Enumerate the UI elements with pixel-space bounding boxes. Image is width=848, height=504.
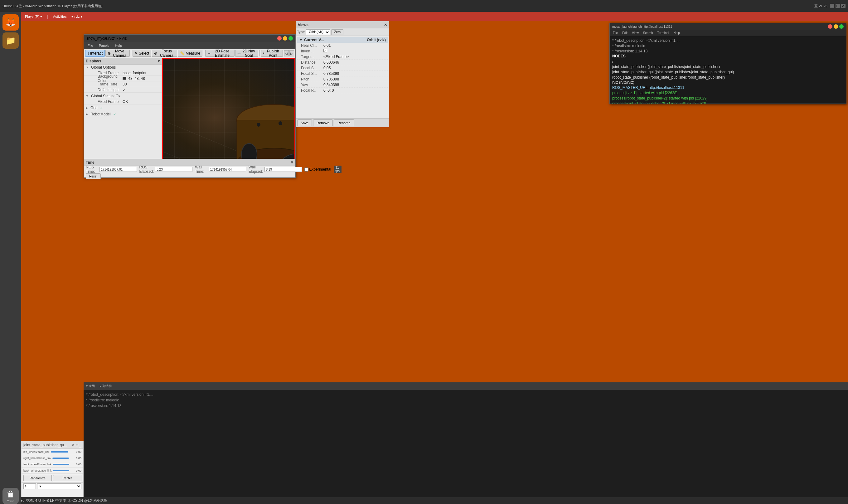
displays-collapse-icon[interactable]: ▾ (158, 59, 160, 63)
toolbar-sep2 (204, 50, 204, 56)
ubuntu-app-name[interactable]: Player(P) ▾ (25, 15, 42, 19)
tree-global-status[interactable]: ▼ Global Status: Ok (84, 93, 162, 99)
views-rename-btn[interactable]: Rename (334, 120, 354, 126)
toolbar-measure[interactable]: 📏 Measure (178, 50, 202, 57)
toolbar-publish-point[interactable]: • Publish Point (261, 50, 283, 57)
vscode-title: ▾ 大纲 (86, 384, 95, 388)
term-menu-edit[interactable]: Edit (620, 31, 629, 35)
toolbar-sep1 (131, 50, 131, 56)
toolbar-move-camera[interactable]: ⊕ Move Camera (105, 50, 130, 57)
terminal-line: * /rosdistro: melodic (612, 43, 844, 49)
rviz-max[interactable] (288, 36, 293, 40)
view-prop-yaw: Yaw 0.840398 (297, 82, 388, 88)
dock-files[interactable]: 📁 (2, 33, 19, 49)
menu-panels[interactable]: Panels (96, 43, 112, 48)
terminal-line: joint_state_publisher_gui (joint_state_p… (612, 70, 844, 75)
joint-title: joint_state_publisher_gu... (23, 443, 67, 447)
reset-btn[interactable]: Reset (86, 174, 101, 179)
term-menu-view[interactable]: View (630, 31, 640, 35)
view-type-select[interactable]: Orbit (rviz) (306, 29, 330, 35)
toolbar-extra1[interactable]: ◁ (284, 50, 289, 56)
interact-icon: ↕ (87, 51, 89, 55)
vscode-content[interactable]: * /robot_description: <?xml version="1..… (84, 390, 848, 504)
time-panel: Time ✕ ROS Time: ROS Elapsed: Wall Time:… (84, 159, 295, 178)
term-menu-search[interactable]: Search (641, 31, 655, 35)
ubuntu-activities[interactable]: Activities (53, 15, 67, 18)
vscode-titlebar: ▾ 大纲 ▸ 列结构 (84, 382, 848, 390)
prop-default-light[interactable]: Default Light ✓ (84, 87, 162, 93)
toolbar-select[interactable]: ↖ Select (132, 50, 151, 57)
terminal-content[interactable]: * /robot_description: <?xml version="1..… (610, 36, 846, 104)
view-prop-focal-s1: Focal S... 0.05 (297, 65, 388, 71)
grid-label: Grid (90, 106, 97, 110)
views-remove-btn[interactable]: Remove (313, 120, 333, 126)
rviz-close[interactable] (277, 36, 282, 40)
tree-grid[interactable]: ▶ Grid ✓ (84, 105, 162, 111)
ros-time-input[interactable] (100, 167, 137, 172)
toolbar-extra2[interactable]: ▷ (289, 50, 294, 56)
prop-frame-rate-label: Frame Rate (84, 82, 121, 86)
term-menu-file[interactable]: File (611, 31, 620, 35)
restore-btn[interactable]: □ (835, 4, 840, 8)
view-prop-focal-p: Focal P... 0; 0; 0 (297, 88, 388, 93)
select-icon: ↖ (135, 51, 138, 55)
dock-firefox[interactable]: 🦊 (2, 14, 19, 31)
prop-frame-rate[interactable]: Frame Rate 30 (84, 82, 162, 87)
joint-back-value: 0.00 (71, 469, 82, 472)
joint-front-slider[interactable] (53, 464, 69, 465)
term-menu-terminal[interactable]: Terminal (655, 31, 671, 35)
joint-back-slider[interactable] (53, 470, 69, 471)
joint-action-buttons: Randomize Center (21, 474, 83, 483)
views-save-btn[interactable]: Save (297, 120, 312, 126)
terminal-min[interactable] (834, 24, 838, 29)
close-btn[interactable]: ✕ (841, 4, 846, 8)
fps-badge: 31 fps (334, 166, 342, 173)
terminal-max[interactable] (839, 24, 844, 29)
dock: 🦊 📁 🗑 Trash (0, 12, 21, 504)
joint-number-input[interactable] (23, 483, 36, 489)
joint-close[interactable]: ✕ □ _ (72, 443, 82, 447)
terminal-line: * /rosversion: 1.14.13 (612, 49, 844, 54)
ubuntu-panel: Player(P) ▾ | Activities ▾ rviz ▾ (21, 12, 848, 21)
main-area: show_mycar.rviz* - RViz File Panels Help… (21, 21, 848, 504)
joint-left-value: 0.00 (70, 450, 82, 453)
menu-file[interactable]: File (85, 43, 96, 48)
term-menu-help[interactable]: Help (671, 31, 682, 35)
toolbar-focus-camera[interactable]: ⊙ Focus Camera (152, 50, 177, 57)
invert-checkbox[interactable] (323, 49, 327, 52)
joint-right-slider[interactable] (52, 457, 69, 459)
toolbar-interact[interactable]: ↕ Interact (85, 50, 105, 57)
views-close[interactable]: ✕ (384, 23, 387, 27)
joint-number-select[interactable]: ▼ (37, 483, 82, 489)
toolbar-pose-estimate[interactable]: → 2D Pose Estimate (205, 50, 235, 57)
rviz-min[interactable] (283, 36, 287, 40)
displays-header: Displays ▾ (84, 58, 162, 65)
wall-time-input[interactable] (209, 167, 246, 172)
terminal-close[interactable] (828, 24, 832, 29)
wall-elapsed-input[interactable] (265, 167, 302, 172)
randomize-btn[interactable]: Randomize (23, 475, 52, 481)
ros-elapsed-input[interactable] (155, 167, 193, 172)
joint-left-slider[interactable] (51, 451, 69, 452)
ubuntu-rviz[interactable]: ▾ rviz ▾ (71, 15, 82, 19)
time-collapse[interactable]: ✕ (290, 160, 293, 165)
tree-robot-model[interactable]: ▶ RobotModel ✓ (84, 111, 162, 117)
minimize-btn[interactable]: ─ (830, 4, 834, 8)
experimental-checkbox[interactable] (304, 167, 308, 172)
tree-global-options[interactable]: ▼ Global Options (84, 65, 162, 70)
views-toolbar: Type: Orbit (rviz) Zero (296, 29, 389, 36)
robot-model-label: RobotModel (90, 112, 111, 116)
toolbar-sep3 (259, 50, 260, 56)
expand-current-icon: ▼ (299, 38, 303, 42)
robot-model-icon: ▶ (86, 113, 88, 116)
center-btn[interactable]: Center (53, 475, 82, 481)
menu-help[interactable]: Help (112, 43, 124, 48)
joint-left-label: left_wheel2base_link (23, 450, 50, 453)
prop-bg-color[interactable]: Background Color 48; 48; 48 (84, 76, 162, 82)
prop-fixed-frame-status[interactable]: Fixed Frame OK (84, 99, 162, 105)
experimental-check[interactable]: Experimental (304, 167, 331, 172)
pose-estimate-icon: → (208, 51, 211, 55)
toolbar-nav-goal[interactable]: ⇒ 2D Nav Goal (235, 50, 258, 57)
dock-trash[interactable]: 🗑 Trash (2, 488, 19, 504)
zero-btn[interactable]: Zero (331, 29, 343, 35)
